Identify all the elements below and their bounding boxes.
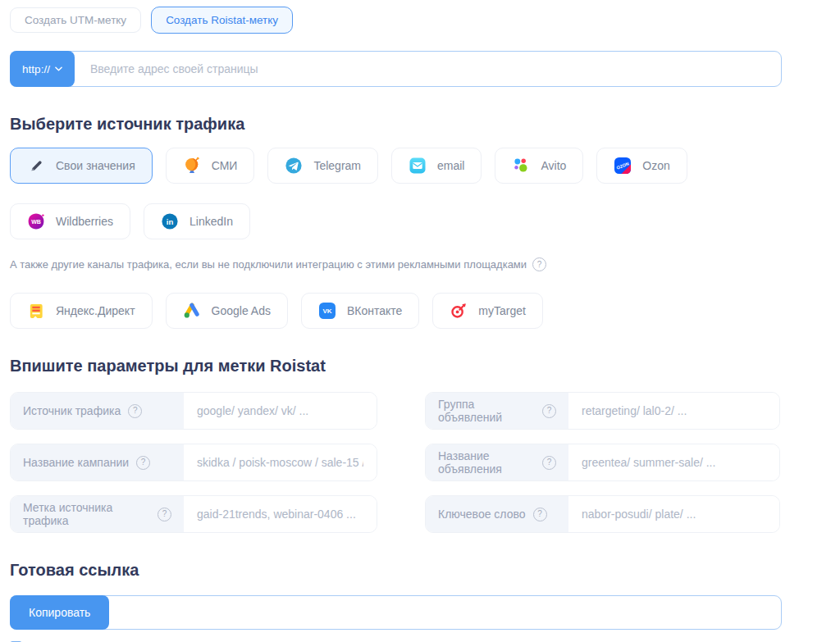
field-keyword: Ключевое слово? (425, 495, 780, 533)
help-icon[interactable]: ? (532, 257, 546, 271)
copy-button[interactable]: Копировать (10, 595, 109, 630)
platform-yandex-direct[interactable]: Яндекс.Директ (10, 293, 153, 329)
platform-label: myTarget (478, 304, 526, 317)
field-label: Источник трафика (23, 404, 121, 417)
source-label: Telegram (313, 159, 361, 172)
ozon-icon: OZON (614, 157, 632, 175)
platform-mytarget[interactable]: myTarget (432, 293, 543, 329)
result-section-title: Готовая ссылка (10, 561, 782, 580)
ad-platform-list: Яндекс.Директ Google Ads VK ВКонтакте my… (10, 293, 782, 329)
platform-vkontakte[interactable]: VK ВКонтакте (301, 293, 419, 329)
source-label: СМИ (212, 159, 238, 172)
help-icon[interactable]: ? (136, 456, 150, 470)
mytarget-icon (450, 302, 468, 320)
utm-generator-page: Создать UTM-метку Создать Roistat-метку … (0, 0, 792, 642)
chevron-down-icon (55, 66, 62, 71)
source-wildberries[interactable]: WB Wildberries (10, 203, 130, 239)
wildberries-icon: WB (27, 212, 45, 230)
pencil-icon (27, 157, 45, 175)
source-avito[interactable]: Avito (495, 148, 583, 184)
source-label: Avito (541, 159, 566, 172)
svg-text:in: in (167, 217, 174, 226)
source-smi[interactable]: СМИ (166, 148, 255, 184)
help-icon[interactable]: ? (158, 508, 171, 521)
protocol-label: http:// (22, 63, 50, 75)
field-traffic-source: Источник трафика? (10, 392, 377, 430)
params-section-title: Впишите параметры для метки Roistat (10, 357, 782, 376)
vk-icon: VK (318, 302, 336, 320)
url-bar: http:// (10, 51, 782, 87)
help-icon[interactable]: ? (533, 508, 547, 521)
field-label: Ключевое слово (438, 508, 526, 521)
help-icon[interactable]: ? (128, 404, 142, 418)
help-icon[interactable]: ? (542, 404, 556, 418)
field-label: Название объявления (438, 449, 535, 476)
source-linkedin[interactable]: in LinkedIn (144, 203, 250, 239)
source-own-values[interactable]: Свои значения (10, 148, 153, 184)
campaign-name-input[interactable] (184, 444, 377, 480)
source-ozon[interactable]: OZON Ozon (596, 148, 687, 184)
google-ads-icon (183, 302, 201, 320)
platform-google-ads[interactable]: Google Ads (166, 293, 288, 329)
page-url-input[interactable] (75, 52, 781, 86)
source-label: email (437, 159, 464, 172)
field-label: Название кампании (23, 456, 129, 469)
field-label: Группа объявлений (438, 398, 535, 424)
keyword-input[interactable] (568, 496, 779, 532)
help-icon[interactable]: ? (542, 456, 556, 470)
yandex-direct-icon (27, 302, 45, 320)
field-campaign-name: Название кампании? (10, 444, 377, 481)
tab-create-roistat[interactable]: Создать Roistat-метку (151, 7, 293, 34)
svg-text:WB: WB (31, 219, 41, 225)
traffic-source-input[interactable] (184, 393, 377, 429)
svg-text:VK: VK (322, 307, 331, 315)
telegram-icon (285, 157, 303, 175)
ad-name-input[interactable] (568, 444, 779, 480)
result-link-input[interactable] (109, 596, 781, 629)
linkedin-icon: in (161, 212, 179, 230)
field-ad-group: Группа объявлений? (425, 392, 780, 430)
other-channels-note-text: А также другие каналы трафика, если вы н… (10, 258, 527, 271)
protocol-dropdown[interactable]: http:// (10, 51, 75, 87)
source-label: Свои значения (56, 159, 135, 172)
avito-icon (512, 157, 530, 175)
email-icon (409, 157, 427, 175)
source-telegram[interactable]: Telegram (267, 148, 378, 184)
other-channels-note: А также другие каналы трафика, если вы н… (10, 257, 782, 271)
source-label: Ozon (642, 159, 669, 172)
platform-label: ВКонтакте (347, 304, 402, 317)
source-label: LinkedIn (189, 215, 233, 228)
mode-tabs: Создать UTM-метку Создать Roistat-метку (10, 7, 782, 34)
traffic-source-list: Свои значения СМИ Telegram email Avito O… (10, 148, 782, 239)
source-section-title: Выберите источник трафика (10, 115, 782, 134)
ad-group-input[interactable] (568, 393, 779, 429)
field-ad-name: Название объявления? (425, 444, 780, 481)
smi-satellite-icon (183, 157, 201, 175)
result-link-bar: Копировать (10, 595, 782, 630)
params-grid: Источник трафика? Группа объявлений? Наз… (10, 392, 782, 533)
field-label: Метка источника трафика (23, 501, 150, 527)
source-tag-input[interactable] (184, 496, 377, 532)
source-label: Wildberries (56, 215, 113, 228)
field-source-tag: Метка источника трафика? (10, 495, 377, 533)
tab-create-utm[interactable]: Создать UTM-метку (10, 7, 141, 33)
platform-label: Google Ads (212, 304, 271, 317)
source-email[interactable]: email (391, 148, 482, 184)
platform-label: Яндекс.Директ (56, 304, 135, 317)
